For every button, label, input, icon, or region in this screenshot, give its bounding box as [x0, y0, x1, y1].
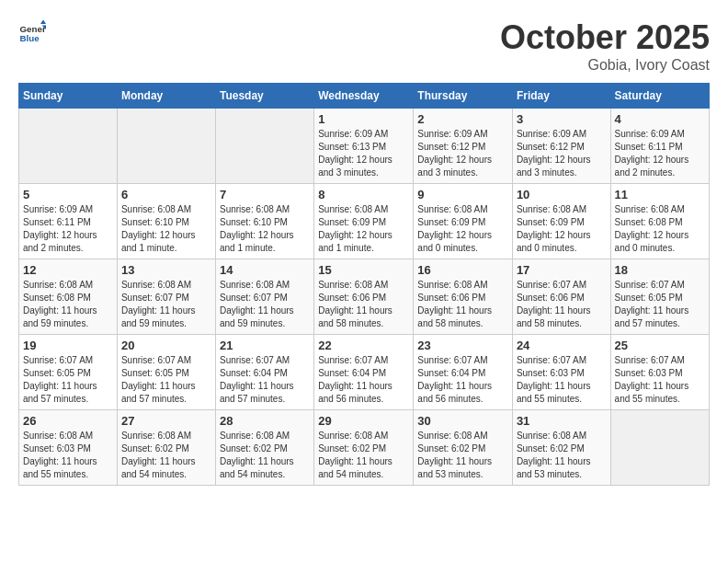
- day-number: 20: [121, 339, 211, 352]
- day-info: Sunrise: 6:07 AM Sunset: 6:03 PM Dayligh…: [517, 354, 607, 406]
- calendar-cell: 3Sunrise: 6:09 AM Sunset: 6:12 PM Daylig…: [512, 109, 610, 184]
- day-number: 11: [615, 188, 705, 201]
- day-info: Sunrise: 6:08 AM Sunset: 6:06 PM Dayligh…: [417, 279, 508, 330]
- svg-text:Blue: Blue: [20, 33, 40, 43]
- weekday-header-wednesday: Wednesday: [314, 84, 414, 109]
- day-number: 1: [318, 112, 409, 126]
- calendar-cell: 7Sunrise: 6:08 AM Sunset: 6:10 PM Daylig…: [216, 184, 314, 259]
- day-info: Sunrise: 6:08 AM Sunset: 6:02 PM Dayligh…: [220, 430, 310, 481]
- logo-icon: General Blue: [18, 18, 46, 46]
- weekday-header-row: SundayMondayTuesdayWednesdayThursdayFrid…: [19, 84, 710, 109]
- day-number: 2: [417, 112, 508, 126]
- calendar-cell: 18Sunrise: 6:07 AM Sunset: 6:05 PM Dayli…: [610, 259, 709, 335]
- day-number: 6: [121, 188, 211, 201]
- logo: General Blue: [18, 18, 50, 46]
- day-number: 25: [615, 339, 705, 352]
- day-number: 22: [318, 339, 409, 352]
- day-info: Sunrise: 6:08 AM Sunset: 6:09 PM Dayligh…: [517, 203, 607, 255]
- day-info: Sunrise: 6:09 AM Sunset: 6:11 PM Dayligh…: [615, 128, 705, 179]
- calendar-cell: 1Sunrise: 6:09 AM Sunset: 6:13 PM Daylig…: [314, 109, 414, 184]
- location-subtitle: Gobia, Ivory Coast: [500, 57, 710, 74]
- svg-marker-2: [40, 20, 46, 25]
- day-info: Sunrise: 6:08 AM Sunset: 6:02 PM Dayligh…: [517, 430, 607, 481]
- calendar-cell: [216, 109, 314, 184]
- calendar-cell: 22Sunrise: 6:07 AM Sunset: 6:04 PM Dayli…: [314, 335, 414, 410]
- calendar-cell: 19Sunrise: 6:07 AM Sunset: 6:05 PM Dayli…: [19, 335, 118, 410]
- calendar-cell: 6Sunrise: 6:08 AM Sunset: 6:10 PM Daylig…: [117, 184, 215, 259]
- day-number: 13: [121, 263, 211, 277]
- weekday-header-friday: Friday: [512, 84, 610, 109]
- day-number: 19: [23, 339, 113, 352]
- day-number: 23: [417, 339, 508, 352]
- day-info: Sunrise: 6:08 AM Sunset: 6:09 PM Dayligh…: [417, 203, 508, 255]
- day-info: Sunrise: 6:08 AM Sunset: 6:08 PM Dayligh…: [615, 203, 705, 255]
- day-number: 16: [417, 263, 508, 277]
- day-info: Sunrise: 6:08 AM Sunset: 6:02 PM Dayligh…: [318, 430, 409, 481]
- day-number: 8: [318, 188, 409, 201]
- calendar-week-row: 1Sunrise: 6:09 AM Sunset: 6:13 PM Daylig…: [19, 109, 710, 184]
- day-info: Sunrise: 6:08 AM Sunset: 6:08 PM Dayligh…: [23, 279, 113, 330]
- calendar-cell: 26Sunrise: 6:08 AM Sunset: 6:03 PM Dayli…: [19, 410, 118, 486]
- month-title: October 2025: [500, 18, 710, 57]
- calendar-week-row: 5Sunrise: 6:09 AM Sunset: 6:11 PM Daylig…: [19, 184, 710, 259]
- day-number: 18: [615, 263, 705, 277]
- day-number: 5: [23, 188, 113, 201]
- day-info: Sunrise: 6:07 AM Sunset: 6:05 PM Dayligh…: [615, 279, 705, 330]
- day-number: 4: [615, 112, 705, 126]
- calendar-cell: 12Sunrise: 6:08 AM Sunset: 6:08 PM Dayli…: [19, 259, 118, 335]
- day-info: Sunrise: 6:08 AM Sunset: 6:03 PM Dayligh…: [23, 430, 113, 481]
- day-number: 7: [220, 188, 310, 201]
- calendar-cell: [610, 410, 709, 486]
- calendar-cell: 13Sunrise: 6:08 AM Sunset: 6:07 PM Dayli…: [117, 259, 215, 335]
- calendar-cell: 16Sunrise: 6:08 AM Sunset: 6:06 PM Dayli…: [414, 259, 513, 335]
- day-info: Sunrise: 6:07 AM Sunset: 6:06 PM Dayligh…: [517, 279, 607, 330]
- day-info: Sunrise: 6:07 AM Sunset: 6:05 PM Dayligh…: [23, 354, 113, 406]
- day-info: Sunrise: 6:09 AM Sunset: 6:13 PM Dayligh…: [318, 128, 409, 179]
- day-info: Sunrise: 6:08 AM Sunset: 6:02 PM Dayligh…: [121, 430, 211, 481]
- calendar-cell: 31Sunrise: 6:08 AM Sunset: 6:02 PM Dayli…: [512, 410, 610, 486]
- calendar-cell: 10Sunrise: 6:08 AM Sunset: 6:09 PM Dayli…: [512, 184, 610, 259]
- day-info: Sunrise: 6:07 AM Sunset: 6:05 PM Dayligh…: [121, 354, 211, 406]
- day-info: Sunrise: 6:08 AM Sunset: 6:09 PM Dayligh…: [318, 203, 409, 255]
- day-number: 3: [517, 112, 607, 126]
- day-info: Sunrise: 6:09 AM Sunset: 6:12 PM Dayligh…: [517, 128, 607, 179]
- calendar-cell: 24Sunrise: 6:07 AM Sunset: 6:03 PM Dayli…: [512, 335, 610, 410]
- day-info: Sunrise: 6:08 AM Sunset: 6:02 PM Dayligh…: [417, 430, 508, 481]
- weekday-header-thursday: Thursday: [414, 84, 513, 109]
- day-info: Sunrise: 6:09 AM Sunset: 6:11 PM Dayligh…: [23, 203, 113, 255]
- day-number: 10: [517, 188, 607, 201]
- calendar-cell: 15Sunrise: 6:08 AM Sunset: 6:06 PM Dayli…: [314, 259, 414, 335]
- calendar-cell: 30Sunrise: 6:08 AM Sunset: 6:02 PM Dayli…: [414, 410, 513, 486]
- day-number: 28: [220, 414, 310, 428]
- weekday-header-sunday: Sunday: [19, 84, 118, 109]
- day-info: Sunrise: 6:09 AM Sunset: 6:12 PM Dayligh…: [417, 128, 508, 179]
- calendar-cell: 23Sunrise: 6:07 AM Sunset: 6:04 PM Dayli…: [414, 335, 513, 410]
- calendar-cell: 29Sunrise: 6:08 AM Sunset: 6:02 PM Dayli…: [314, 410, 414, 486]
- calendar-cell: 11Sunrise: 6:08 AM Sunset: 6:08 PM Dayli…: [610, 184, 709, 259]
- calendar-cell: 20Sunrise: 6:07 AM Sunset: 6:05 PM Dayli…: [117, 335, 215, 410]
- calendar-week-row: 26Sunrise: 6:08 AM Sunset: 6:03 PM Dayli…: [19, 410, 710, 486]
- calendar-week-row: 19Sunrise: 6:07 AM Sunset: 6:05 PM Dayli…: [19, 335, 710, 410]
- day-number: 26: [23, 414, 113, 428]
- weekday-header-saturday: Saturday: [610, 84, 709, 109]
- calendar-cell: [19, 109, 118, 184]
- day-info: Sunrise: 6:08 AM Sunset: 6:07 PM Dayligh…: [220, 279, 310, 330]
- day-number: 9: [417, 188, 508, 201]
- calendar-cell: [117, 109, 215, 184]
- day-number: 29: [318, 414, 409, 428]
- day-number: 14: [220, 263, 310, 277]
- day-number: 31: [517, 414, 607, 428]
- calendar-cell: 28Sunrise: 6:08 AM Sunset: 6:02 PM Dayli…: [216, 410, 314, 486]
- day-number: 27: [121, 414, 211, 428]
- day-info: Sunrise: 6:07 AM Sunset: 6:04 PM Dayligh…: [417, 354, 508, 406]
- day-number: 15: [318, 263, 409, 277]
- calendar-cell: 9Sunrise: 6:08 AM Sunset: 6:09 PM Daylig…: [414, 184, 513, 259]
- day-info: Sunrise: 6:08 AM Sunset: 6:06 PM Dayligh…: [318, 279, 409, 330]
- page-header: General Blue October 2025 Gobia, Ivory C…: [18, 18, 710, 74]
- day-info: Sunrise: 6:07 AM Sunset: 6:04 PM Dayligh…: [318, 354, 409, 406]
- calendar-cell: 8Sunrise: 6:08 AM Sunset: 6:09 PM Daylig…: [314, 184, 414, 259]
- day-number: 24: [517, 339, 607, 352]
- day-info: Sunrise: 6:08 AM Sunset: 6:07 PM Dayligh…: [121, 279, 211, 330]
- calendar-cell: 4Sunrise: 6:09 AM Sunset: 6:11 PM Daylig…: [610, 109, 709, 184]
- calendar-cell: 14Sunrise: 6:08 AM Sunset: 6:07 PM Dayli…: [216, 259, 314, 335]
